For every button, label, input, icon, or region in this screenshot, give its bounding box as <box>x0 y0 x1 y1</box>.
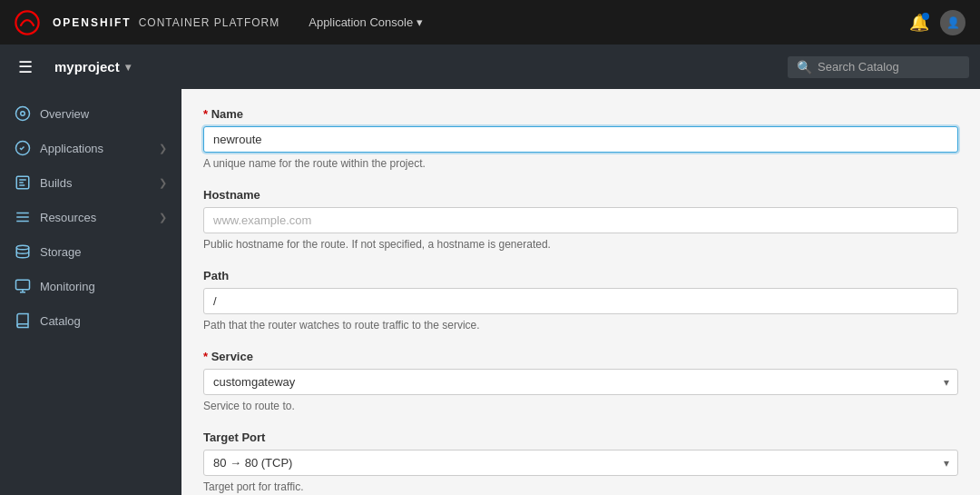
brand: OPENSHIFT CONTAINER PLATFORM <box>15 10 279 35</box>
hostname-group: Hostname Public hostname for the route. … <box>203 188 958 251</box>
sidebar-label-applications: Applications <box>40 142 103 155</box>
path-help: Path that the router watches to route tr… <box>203 319 958 332</box>
svg-point-4 <box>16 245 29 250</box>
project-caret: ▾ <box>125 61 131 74</box>
applications-icon <box>15 140 31 156</box>
sidebar-label-storage: Storage <box>40 245 82 259</box>
main-content: Name A unique name for the route within … <box>181 89 980 495</box>
layout: Overview Applications ❯ Builds ❯ <box>0 89 980 495</box>
applications-chevron: ❯ <box>159 143 167 154</box>
hostname-help: Public hostname for the route. If not sp… <box>203 238 958 251</box>
name-input[interactable] <box>203 126 958 153</box>
sidebar: Overview Applications ❯ Builds ❯ <box>0 89 181 495</box>
storage-icon <box>15 243 31 260</box>
name-group: Name A unique name for the route within … <box>203 107 958 170</box>
target-port-group: Target Port 80 → 80 (TCP) Target port fo… <box>203 431 958 493</box>
sidebar-label-catalog: Catalog <box>40 314 81 328</box>
builds-icon <box>15 174 31 191</box>
svg-point-2 <box>21 112 25 116</box>
project-selector[interactable]: myproject ▾ <box>47 55 138 78</box>
brand-text: OPENSHIFT <box>53 16 132 29</box>
search-container: 🔍 <box>788 56 969 78</box>
path-label: Path <box>203 269 958 282</box>
svg-point-0 <box>15 11 38 34</box>
sidebar-item-applications[interactable]: Applications ❯ <box>0 131 181 165</box>
sidebar-item-catalog[interactable]: Catalog <box>0 303 181 338</box>
openshift-logo <box>15 10 45 35</box>
search-input[interactable] <box>818 60 960 74</box>
sidebar-item-builds[interactable]: Builds ❯ <box>0 165 181 200</box>
sidebar-item-resources[interactable]: Resources ❯ <box>0 200 181 234</box>
hostname-input[interactable] <box>203 207 958 233</box>
app-console-caret: ▾ <box>416 15 423 29</box>
target-port-select-wrapper: 80 → 80 (TCP) <box>203 450 958 476</box>
service-group: Service customgateway Service to route t… <box>203 350 958 412</box>
sidebar-item-storage[interactable]: Storage <box>0 234 181 269</box>
app-console-link[interactable]: Application Console ▾ <box>309 15 423 29</box>
monitoring-icon <box>15 278 31 294</box>
sidebar-label-monitoring: Monitoring <box>40 280 95 293</box>
search-icon: 🔍 <box>797 60 812 74</box>
brand-sub: CONTAINER PLATFORM <box>139 16 280 29</box>
resources-icon <box>15 209 31 225</box>
sidebar-label-overview: Overview <box>40 107 89 121</box>
service-label: Service <box>203 350 958 363</box>
service-help: Service to route to. <box>203 400 958 412</box>
sidebar-label-builds: Builds <box>40 176 72 190</box>
target-port-help: Target port for traffic. <box>203 480 958 493</box>
catalog-icon <box>15 312 31 329</box>
secondary-navbar: ☰ myproject ▾ 🔍 <box>0 45 980 89</box>
project-name: myproject <box>54 59 120 74</box>
sidebar-item-monitoring[interactable]: Monitoring <box>0 269 181 303</box>
top-navbar-left: OPENSHIFT CONTAINER PLATFORM Application… <box>15 10 423 35</box>
service-select[interactable]: customgateway <box>203 369 958 395</box>
builds-chevron: ❯ <box>159 177 167 189</box>
name-label: Name <box>203 107 958 121</box>
path-input[interactable] <box>203 288 958 314</box>
service-select-wrapper: customgateway <box>203 369 958 395</box>
path-group: Path Path that the router watches to rou… <box>203 269 958 332</box>
user-avatar[interactable]: 👤 <box>940 10 965 35</box>
notification-badge <box>922 13 929 20</box>
overview-icon <box>15 105 31 122</box>
hamburger-menu[interactable]: ☰ <box>11 54 40 81</box>
top-navbar-right: 🔔 👤 <box>909 10 965 35</box>
top-navbar: OPENSHIFT CONTAINER PLATFORM Application… <box>0 0 980 45</box>
target-port-label: Target Port <box>203 431 958 444</box>
notification-bell[interactable]: 🔔 <box>909 13 929 33</box>
resources-chevron: ❯ <box>159 212 167 223</box>
svg-point-1 <box>16 107 30 121</box>
name-help: A unique name for the route within the p… <box>203 157 958 170</box>
app-console-label: Application Console <box>309 15 413 29</box>
sidebar-label-resources: Resources <box>40 211 96 224</box>
user-icon: 👤 <box>946 16 960 29</box>
sidebar-item-overview[interactable]: Overview <box>0 96 181 131</box>
hostname-label: Hostname <box>203 188 958 202</box>
svg-rect-5 <box>16 280 30 290</box>
target-port-select[interactable]: 80 → 80 (TCP) <box>203 450 958 476</box>
